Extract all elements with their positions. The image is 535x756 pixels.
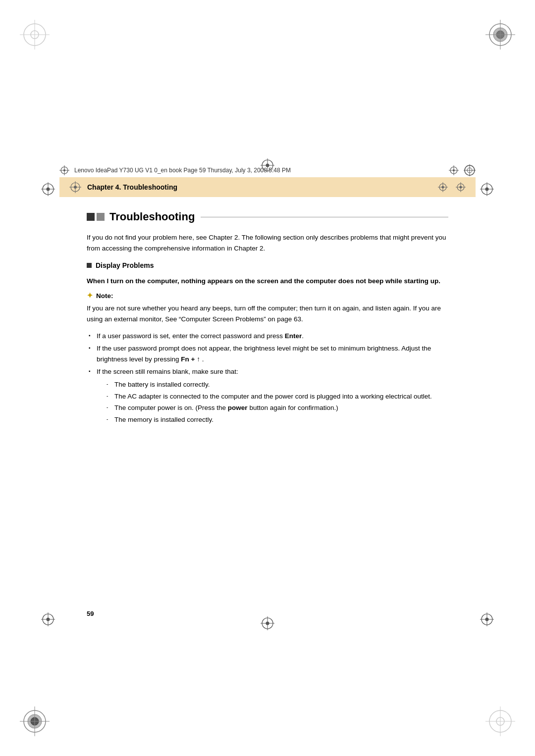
bullet-list: If a user password is set, enter the cor… xyxy=(87,331,448,425)
sub-bullet-4-text: The memory is installed correctly. xyxy=(114,416,214,423)
bullet-item-2: If the user password prompt does not app… xyxy=(87,343,448,364)
corner-mark-tr xyxy=(485,20,515,50)
bullet-item-3: If the screen still remains blank, make … xyxy=(87,366,448,425)
chapter-band-crosshair-right1-icon xyxy=(438,182,448,192)
corner-mark-tl xyxy=(20,20,50,50)
crosshair-right2-icon xyxy=(464,164,476,176)
bullet-3-text: If the screen still remains blank, make … xyxy=(97,368,238,375)
bullet-2-text-before: If the user password prompt does not app… xyxy=(97,345,431,363)
subsection-heading-display: Display Problems xyxy=(87,261,448,269)
corner-mark-br xyxy=(485,706,515,736)
reg-mark-left-top xyxy=(41,182,55,198)
bullet-2-bold: Fn + ↑ xyxy=(181,355,200,363)
chapter-band-crosshair-right2-icon xyxy=(456,182,466,192)
crosshair-left-icon xyxy=(59,165,69,175)
section-heading: Troubleshooting xyxy=(87,210,448,223)
note-header: ✦ Note: xyxy=(87,291,448,300)
heading-icon-gray xyxy=(97,213,105,221)
sub-bullet-3-text-before: The computer power is on. (Press the xyxy=(114,404,228,411)
subsection-bullet-icon xyxy=(87,263,92,268)
content-area: Troubleshooting If you do not find your … xyxy=(87,205,448,431)
section-title: Troubleshooting xyxy=(109,210,195,223)
sub-bullet-3-bold: power xyxy=(228,404,248,411)
bullet-1-text-after: . xyxy=(302,332,304,340)
sub-bullet-3-text-after: button again for confirmation.) xyxy=(248,404,338,411)
sub-bullet-4: The memory is installed correctly. xyxy=(107,414,448,425)
sub-bullet-2: The AC adapter is connected to the compu… xyxy=(107,391,448,402)
page: Lenovo IdeaPad Y730 UG V1 0_en book Page… xyxy=(0,0,535,756)
reg-mark-top-center xyxy=(261,158,274,174)
reg-mark-right-bottom xyxy=(480,612,494,628)
problem-statement: When I turn on the computer, nothing app… xyxy=(87,276,448,286)
crosshair-right1-icon xyxy=(449,165,459,175)
sub-bullet-list: The battery is installed correctly. The … xyxy=(107,379,448,425)
bullet-2-text-after: . xyxy=(200,355,204,363)
bullet-item-1: If a user password is set, enter the cor… xyxy=(87,331,448,342)
reg-mark-right-top xyxy=(480,182,494,198)
note-diamond-icon: ✦ xyxy=(87,291,93,300)
chapter-band-title: Chapter 4. Troubleshooting xyxy=(87,183,177,191)
sub-bullet-1: The battery is installed correctly. xyxy=(107,379,448,390)
page-number: 59 xyxy=(87,610,94,617)
bullet-1-bold: Enter xyxy=(285,332,302,340)
corner-mark-bl xyxy=(20,706,50,736)
bullet-1-text-before: If a user password is set, enter the cor… xyxy=(97,332,285,340)
sub-bullet-3: The computer power is on. (Press the pow… xyxy=(107,403,448,413)
heading-icon-dark xyxy=(87,213,95,221)
printer-info-text: Lenovo IdeaPad Y730 UG V1 0_en book Page… xyxy=(74,167,291,174)
reg-mark-bottom-center xyxy=(261,616,274,632)
chapter-band-crosshair-icon xyxy=(69,181,81,193)
printer-crosshairs-right xyxy=(449,164,476,176)
heading-icons xyxy=(87,213,105,221)
reg-mark-left-bottom xyxy=(41,612,55,628)
sub-bullet-1-text: The battery is installed correctly. xyxy=(114,381,210,388)
section-heading-line xyxy=(201,217,448,217)
note-label: Note: xyxy=(96,292,113,300)
intro-paragraph: If you do not find your problem here, se… xyxy=(87,232,448,253)
chapter-band-right-marks xyxy=(438,182,466,192)
chapter-band: Chapter 4. Troubleshooting xyxy=(59,177,476,197)
sub-bullet-2-text: The AC adapter is connected to the compu… xyxy=(114,393,432,400)
note-text: If you are not sure whether you heard an… xyxy=(87,303,448,324)
subsection-title-display: Display Problems xyxy=(96,261,154,269)
